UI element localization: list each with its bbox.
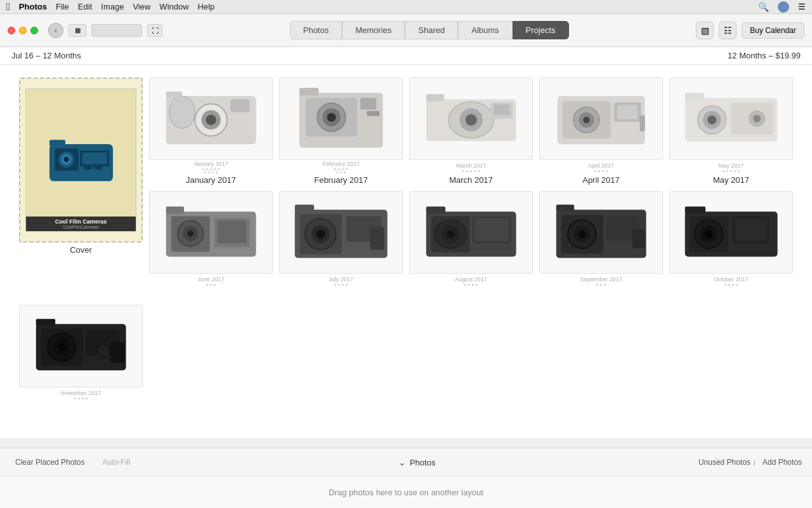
oct-camera-svg <box>673 194 789 271</box>
bottom-center: ⌄ Photos <box>143 457 690 467</box>
svg-point-76 <box>578 231 586 238</box>
jan-camera-svg <box>153 80 269 157</box>
drag-zone-text: Drag photos here to use on another layou… <box>329 488 483 497</box>
sort-arrows-icon: ↕ <box>753 459 756 466</box>
menu-file[interactable]: File <box>56 2 69 11</box>
svg-point-21 <box>327 113 336 122</box>
tab-projects[interactable]: Projects <box>513 21 569 39</box>
close-button[interactable] <box>8 27 15 34</box>
oct-cal-dots: October 2017 <box>669 274 793 286</box>
grid-view-icon[interactable]: ▧ <box>696 22 714 39</box>
nov-camera-svg <box>23 307 139 385</box>
minimize-button[interactable] <box>19 27 27 34</box>
month-cell-nov[interactable]: November 2017 November 2017 <box>19 305 143 412</box>
month-cell-jan[interactable]: January 2017 January 2017 <box>149 77 273 185</box>
feb-label: February 2017 <box>314 175 368 185</box>
tab-shared[interactable]: Shared <box>405 21 458 39</box>
month-cell-feb[interactable]: February 2017 February 2017 <box>279 77 403 185</box>
cover-cell[interactable]: Cool Film Cameras CoolFilmCameras Cover <box>19 77 143 298</box>
cover-camera-svg <box>37 128 126 192</box>
svg-rect-86 <box>735 219 768 241</box>
svg-rect-31 <box>426 94 444 101</box>
unused-photos-label: Unused Photos <box>698 458 750 467</box>
clear-placed-button[interactable]: Clear Placed Photos <box>10 455 89 469</box>
apr-camera-svg <box>543 80 659 157</box>
menu-window[interactable]: Window <box>159 2 188 11</box>
month-cell-jun[interactable]: June 2017 June 2017 <box>149 191 273 298</box>
month-cell-oct[interactable]: October 2017 October 2017 <box>669 191 793 298</box>
add-photos-button[interactable]: Add Photos <box>763 458 802 467</box>
view-toggle[interactable]: ▦ <box>69 24 86 37</box>
svg-rect-16 <box>166 91 182 98</box>
jan-label: January 2017 <box>186 175 236 185</box>
mar-label: March 2017 <box>449 175 493 185</box>
menu-image[interactable]: Image <box>101 2 124 11</box>
search-icon[interactable]: 🔍 <box>758 2 769 12</box>
apple-menu[interactable]:  <box>6 1 10 13</box>
menu-bar:  Photos File Edit Image View Window Hel… <box>0 0 812 14</box>
month-cell-apr[interactable]: April 2017 April 2017 <box>539 77 663 185</box>
back-button[interactable]: ‹ <box>48 23 63 38</box>
menu-help[interactable]: Help <box>198 2 215 11</box>
auto-fill-button[interactable]: Auto-Fill <box>97 455 135 469</box>
menu-edit[interactable]: Edit <box>78 2 92 11</box>
svg-rect-23 <box>299 88 318 95</box>
svg-rect-55 <box>166 206 184 213</box>
svg-point-13 <box>206 115 216 125</box>
svg-rect-24 <box>367 111 379 116</box>
svg-rect-38 <box>617 105 638 119</box>
svg-point-36 <box>583 117 589 123</box>
mar-cal-dots: March 2017 <box>409 160 533 173</box>
svg-point-43 <box>707 116 716 124</box>
jul-camera-svg <box>283 194 399 271</box>
app-name: Photos <box>19 2 47 11</box>
sep-cal-dots: September 2017 <box>539 274 663 286</box>
month-cell-sep[interactable]: September 2017 September 2017 <box>539 191 663 298</box>
svg-rect-94 <box>110 342 124 363</box>
svg-rect-30 <box>494 105 509 115</box>
cover-caption: Cover <box>70 245 92 255</box>
cover-label: Cool Film Cameras CoolFilmCameras <box>26 217 136 231</box>
svg-rect-6 <box>82 152 107 164</box>
chevron-down-icon[interactable]: ⌄ <box>398 457 406 467</box>
svg-rect-22 <box>360 98 376 110</box>
svg-rect-96 <box>36 319 55 326</box>
aug-cal-dots: August 2017 <box>409 274 533 286</box>
tab-albums[interactable]: Albums <box>458 21 512 39</box>
svg-rect-78 <box>632 229 645 248</box>
bottom-toolbar: Clear Placed Photos Auto-Fill ⌄ Photos U… <box>0 448 812 476</box>
svg-rect-8 <box>94 166 102 170</box>
nov-cal-dots: November 2017 <box>19 387 143 400</box>
svg-rect-62 <box>370 227 384 250</box>
month-cell-aug[interactable]: August 2017 August 2017 <box>409 191 533 298</box>
maximize-button[interactable] <box>30 27 38 34</box>
page-header: Jul 16 – 12 Months 12 Months – $19.99 <box>0 47 812 65</box>
list-icon[interactable]: ☰ <box>798 2 806 11</box>
tab-photos[interactable]: Photos <box>290 21 342 39</box>
month-cell-mar[interactable]: March 2017 March 2017 <box>409 77 533 185</box>
unused-photos-button[interactable]: Unused Photos ↕ <box>698 458 756 467</box>
svg-point-68 <box>447 231 454 238</box>
month-cell-may[interactable]: May 2017 May 2017 <box>669 77 793 185</box>
menu-view[interactable]: View <box>133 2 150 11</box>
svg-rect-9 <box>49 140 65 146</box>
user-avatar <box>778 1 789 13</box>
may-cal-dots: May 2017 <box>669 160 793 173</box>
feb-camera-svg <box>283 80 399 157</box>
expand-icon[interactable]: ⛶ <box>147 24 162 37</box>
nav-tabs: Photos Memories Shared Albums Projects <box>290 21 569 39</box>
sep-camera-svg <box>543 194 659 271</box>
toolbar-right: ▧ ☷ Buy Calendar <box>696 22 804 39</box>
buy-calendar-button[interactable]: Buy Calendar <box>742 22 804 39</box>
layout-icon[interactable]: ☷ <box>719 22 737 39</box>
tab-memories[interactable]: Memories <box>342 21 405 39</box>
month-cell-jul[interactable]: July 2017 July 2017 <box>279 191 403 298</box>
apr-label: April 2017 <box>582 175 620 185</box>
svg-rect-14 <box>230 100 249 112</box>
svg-point-60 <box>316 230 325 239</box>
svg-rect-87 <box>685 206 705 213</box>
drag-zone: Drag photos here to use on another layou… <box>0 476 812 508</box>
svg-point-92 <box>58 344 65 351</box>
page-title: Jul 16 – 12 Months <box>11 51 728 60</box>
jan-cal-dots: January 2017 <box>149 160 273 173</box>
